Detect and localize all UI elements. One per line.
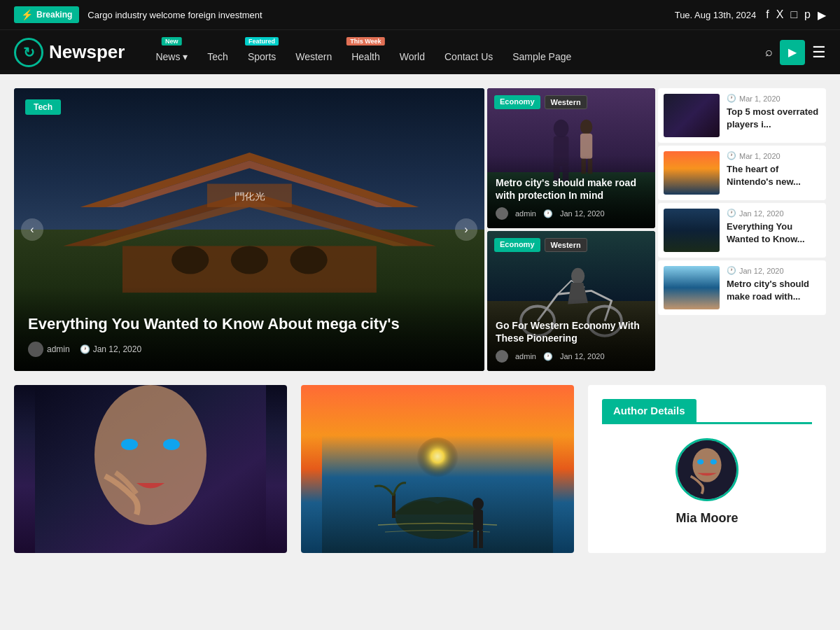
svg-point-22 <box>94 385 206 525</box>
sidebar-article-2[interactable]: 🕐 Mar 1, 2020 The heart of Nintendo's ne… <box>658 146 826 200</box>
logo-icon: ↻ <box>14 38 43 67</box>
mid-card-top-meta: admin 🕐 Jan 12, 2020 <box>496 207 647 220</box>
facebook-icon[interactable]: f <box>766 8 769 22</box>
nav-label-sports: Sports <box>248 51 276 62</box>
topbar-date: Tue. Aug 13th, 2024 <box>675 10 757 20</box>
topbar: ⚡ Breaking Cargo industry welcome foreig… <box>0 0 840 29</box>
carousel-category-badge: Tech <box>25 99 61 115</box>
carousel-avatar <box>28 342 43 357</box>
menu-button[interactable]: ☰ <box>812 43 826 62</box>
sidebar-title-4: Metro city's should make road with... <box>727 278 820 303</box>
carousel-next-button[interactable]: › <box>455 218 477 241</box>
author-avatar <box>676 438 738 501</box>
bottom-card-sunset <box>301 385 574 553</box>
western-badge-2[interactable]: Western <box>545 238 587 252</box>
carousel: 門化光 Tech Everything You Wanted to Know A… <box>14 88 484 371</box>
topbar-right: Tue. Aug 13th, 2024 f X □ p ▶ <box>675 8 826 22</box>
sidebar-article-1[interactable]: 🕐 Mar 1, 2020 Top 5 most overrated playe… <box>658 88 826 143</box>
svg-point-26 <box>416 438 458 479</box>
bottom-card-face <box>14 385 287 553</box>
nav-label-western: Western <box>295 51 332 62</box>
author-avatar-wrap <box>602 438 812 501</box>
svg-point-14 <box>580 120 592 135</box>
header-actions: ⌕ ▶ ☰ <box>765 40 826 65</box>
sidebar-clock-2: 🕐 <box>727 151 736 160</box>
mid-card-bottom-meta: admin 🕐 Jan 12, 2020 <box>496 350 647 363</box>
nav-item-sample[interactable]: Sample Page <box>503 30 581 75</box>
carousel-date: Jan 12, 2020 <box>93 344 141 354</box>
sidebar-clock-4: 🕐 <box>727 266 736 275</box>
carousel-prev-button[interactable]: ‹ <box>21 218 43 241</box>
svg-point-36 <box>710 459 717 464</box>
economy-badge[interactable]: Economy <box>494 95 540 109</box>
sidebar-article-2-info: 🕐 Mar 1, 2020 The heart of Nintendo's ne… <box>727 151 820 188</box>
svg-rect-30 <box>473 510 483 531</box>
svg-text:門化光: 門化光 <box>234 190 265 201</box>
carousel-author-name: admin <box>47 344 70 354</box>
sunset-svg <box>301 385 574 553</box>
svg-rect-32 <box>479 531 483 548</box>
mid-card-bottom: Economy Western Go For Western Economy W… <box>487 231 655 371</box>
mid-card-top-author: admin <box>515 209 536 218</box>
twitter-icon[interactable]: X <box>776 8 784 22</box>
nav-label-news: News ▾ <box>155 51 188 62</box>
sidebar-thumb-4 <box>664 266 720 309</box>
mid-card-top-badges: Economy Western <box>494 95 587 109</box>
nav-label-health: Health <box>351 51 379 62</box>
nav-item-tech[interactable]: Tech <box>197 30 238 75</box>
economy-badge-2[interactable]: Economy <box>494 238 540 252</box>
svg-point-24 <box>163 439 180 450</box>
temple-svg: 門化光 <box>38 145 461 300</box>
thumb-face-image <box>664 94 720 137</box>
carousel-meta: admin 🕐 Jan 12, 2020 <box>28 342 470 357</box>
nav-label-sample: Sample Page <box>512 51 571 62</box>
sidebar-title-2: The heart of Nintendo's new... <box>727 163 820 188</box>
nav-item-news[interactable]: New News ▾ <box>146 30 197 75</box>
play-button[interactable]: ▶ <box>780 40 805 65</box>
nav-item-world[interactable]: World <box>390 30 435 75</box>
pinterest-icon[interactable]: p <box>804 8 811 22</box>
instagram-icon[interactable]: □ <box>790 8 797 22</box>
breaking-badge: ⚡ Breaking <box>14 6 79 23</box>
svg-point-6 <box>230 246 267 274</box>
mid-card-top-title: Metro city's should make road with prote… <box>496 176 647 202</box>
sidebar-thumb-1 <box>664 94 720 137</box>
search-button[interactable]: ⌕ <box>765 45 773 59</box>
main-nav: New News ▾ Tech Featured Sports Western … <box>146 30 765 75</box>
mid-card-bottom-avatar <box>496 350 508 363</box>
telegram-icon[interactable]: ▶ <box>818 8 826 22</box>
bolt-icon: ⚡ <box>21 9 33 20</box>
nav-item-contact[interactable]: Contact Us <box>435 30 503 75</box>
bottom-sunset-image <box>301 385 574 553</box>
nav-item-western[interactable]: Western <box>286 30 342 75</box>
breaking-label: Breaking <box>36 10 72 20</box>
hero-grid: 門化光 Tech Everything You Wanted to Know A… <box>14 88 826 371</box>
logo[interactable]: ↻ Newsper <box>14 38 125 67</box>
carousel-author: admin <box>28 342 70 357</box>
author-header-label: Author Details <box>602 399 696 422</box>
mid-card-bottom-author: admin <box>515 352 536 360</box>
sidebar-article-4-info: 🕐 Jan 12, 2020 Metro city's should make … <box>727 266 820 303</box>
svg-point-5 <box>172 246 209 274</box>
sidebar-date-1: 🕐 Mar 1, 2020 <box>727 94 820 103</box>
thumb-sunset-image <box>664 151 720 195</box>
nav-item-health[interactable]: This Week Health <box>342 30 389 75</box>
western-badge[interactable]: Western <box>545 95 587 109</box>
nav-item-sports[interactable]: Featured Sports <box>238 30 286 75</box>
thumb-beach-image <box>664 266 720 309</box>
mid-card-top: Economy Western Metro city's should make… <box>487 88 655 228</box>
logo-text: Newsper <box>49 41 125 63</box>
clock-icon: 🕐 <box>80 344 90 354</box>
sidebar-article-1-info: 🕐 Mar 1, 2020 Top 5 most overrated playe… <box>727 94 820 131</box>
sidebar-article-3[interactable]: 🕐 Jan 12, 2020 Everything You Wanted to … <box>658 203 826 258</box>
svg-rect-31 <box>473 531 477 548</box>
mid-card-bottom-title: Go For Western Economy With These Pionee… <box>496 319 647 344</box>
svg-rect-28 <box>392 493 396 518</box>
svg-point-10 <box>554 120 569 138</box>
sidebar-article-4[interactable]: 🕐 Jan 12, 2020 Metro city's should make … <box>658 260 826 315</box>
nav-badge-thisweek: This Week <box>346 37 384 46</box>
mid-clock-icon-1: 🕐 <box>543 209 553 218</box>
breaking-text: Cargo industry welcome foreign investmen… <box>88 10 262 20</box>
sidebar-date-4: 🕐 Jan 12, 2020 <box>727 266 820 275</box>
carousel-title: Everything You Wanted to Know About mega… <box>28 314 470 335</box>
